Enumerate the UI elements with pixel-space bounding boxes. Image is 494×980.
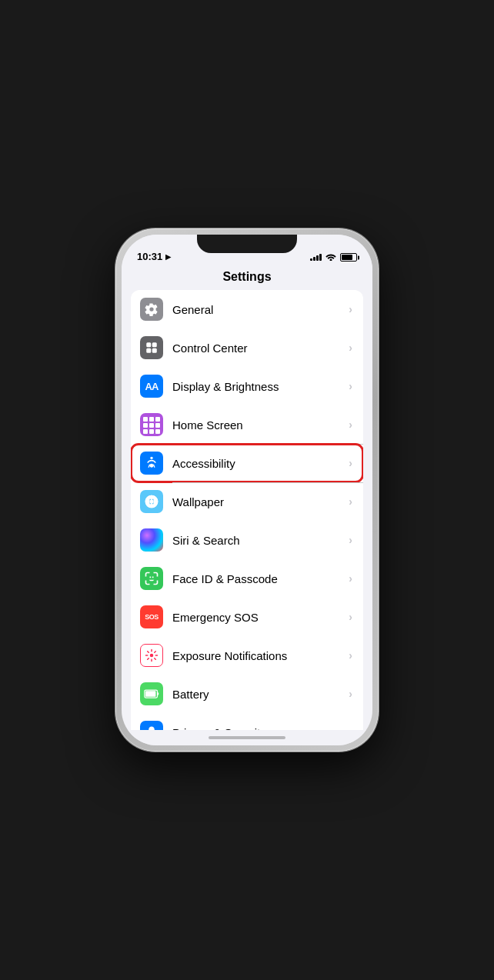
battery-label: Battery bbox=[172, 688, 349, 701]
emergency-sos-chevron: › bbox=[349, 611, 352, 623]
display-icon: AA bbox=[140, 375, 163, 398]
settings-row-battery[interactable]: Battery › bbox=[131, 675, 363, 713]
settings-row-home-screen[interactable]: Home Screen › bbox=[131, 405, 363, 444]
settings-row-display[interactable]: AA Display & Brightness › bbox=[131, 367, 363, 405]
settings-row-accessibility[interactable]: Accessibility › bbox=[131, 444, 363, 482]
face-id-chevron: › bbox=[349, 572, 352, 585]
exposure-chevron: › bbox=[349, 649, 352, 662]
svg-rect-0 bbox=[146, 342, 151, 347]
battery-chevron: › bbox=[349, 688, 352, 700]
display-label: Display & Brightness bbox=[172, 380, 349, 393]
wallpaper-icon bbox=[140, 490, 163, 513]
settings-row-face-id[interactable]: Face ID & Passcode › bbox=[131, 559, 363, 598]
general-label: General bbox=[172, 303, 349, 316]
battery-icon bbox=[140, 682, 163, 705]
general-chevron: › bbox=[349, 303, 352, 315]
face-id-label: Face ID & Passcode bbox=[172, 572, 349, 585]
settings-row-exposure[interactable]: Exposure Notifications › bbox=[131, 636, 363, 675]
privacy-icon bbox=[140, 721, 163, 730]
accessibility-label: Accessibility bbox=[172, 457, 349, 470]
status-icons bbox=[310, 252, 357, 262]
accessibility-chevron: › bbox=[349, 457, 352, 469]
settings-row-general[interactable]: General › bbox=[131, 290, 363, 328]
exposure-label: Exposure Notifications bbox=[172, 649, 349, 662]
time-display: 10:31 bbox=[137, 251, 162, 262]
general-icon bbox=[140, 298, 163, 321]
svg-point-5 bbox=[150, 500, 154, 504]
wifi-icon bbox=[325, 252, 336, 262]
siri-icon bbox=[140, 528, 163, 552]
control-center-label: Control Center bbox=[172, 342, 349, 355]
siri-chevron: › bbox=[349, 534, 352, 546]
home-screen-chevron: › bbox=[349, 418, 352, 431]
face-id-icon bbox=[140, 567, 163, 590]
notch bbox=[197, 235, 297, 253]
settings-row-emergency-sos[interactable]: SOS Emergency SOS › bbox=[131, 598, 363, 636]
svg-point-6 bbox=[150, 654, 154, 658]
privacy-label: Privacy & Security bbox=[172, 726, 349, 731]
control-center-icon bbox=[140, 336, 163, 359]
exposure-icon bbox=[140, 644, 163, 667]
phone-screen: 10:31 ▶ bbox=[122, 235, 372, 745]
location-arrow-icon: ▶ bbox=[165, 253, 171, 261]
home-indicator bbox=[122, 730, 372, 745]
svg-rect-9 bbox=[145, 691, 155, 697]
svg-point-4 bbox=[150, 457, 152, 459]
home-screen-icon bbox=[140, 413, 163, 436]
phone-frame: 10:31 ▶ bbox=[115, 228, 379, 752]
svg-rect-2 bbox=[146, 348, 151, 353]
wallpaper-label: Wallpaper bbox=[172, 495, 349, 508]
svg-rect-8 bbox=[158, 692, 159, 695]
battery-status-icon bbox=[340, 253, 357, 262]
signal-icon bbox=[310, 254, 322, 261]
page-title: Settings bbox=[122, 265, 372, 290]
settings-content[interactable]: General › Control Center › bbox=[122, 290, 372, 730]
settings-row-privacy[interactable]: Privacy & Security › bbox=[131, 713, 363, 730]
settings-row-wallpaper[interactable]: Wallpaper › bbox=[131, 482, 363, 521]
settings-row-siri[interactable]: Siri & Search › bbox=[131, 521, 363, 559]
settings-row-control-center[interactable]: Control Center › bbox=[131, 328, 363, 367]
display-chevron: › bbox=[349, 380, 352, 392]
privacy-chevron: › bbox=[349, 726, 352, 730]
svg-rect-1 bbox=[152, 342, 157, 347]
settings-group-1: General › Control Center › bbox=[131, 290, 363, 730]
emergency-sos-icon: SOS bbox=[140, 605, 163, 628]
emergency-sos-label: Emergency SOS bbox=[172, 611, 349, 624]
home-bar bbox=[209, 736, 285, 739]
svg-rect-3 bbox=[152, 348, 157, 353]
control-center-chevron: › bbox=[349, 342, 352, 354]
home-screen-label: Home Screen bbox=[172, 418, 349, 432]
siri-label: Siri & Search bbox=[172, 534, 349, 547]
wallpaper-chevron: › bbox=[349, 495, 352, 508]
status-time: 10:31 ▶ bbox=[137, 251, 171, 262]
accessibility-icon bbox=[140, 452, 163, 475]
